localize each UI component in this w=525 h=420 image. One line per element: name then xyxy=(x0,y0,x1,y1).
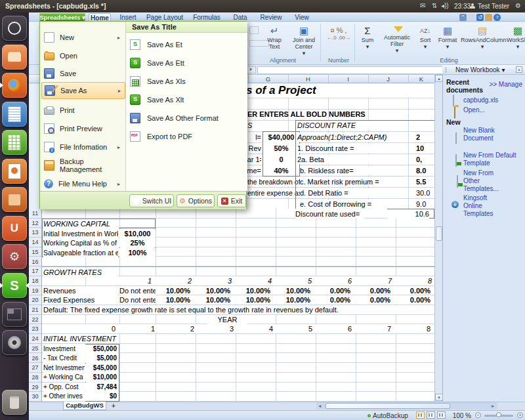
discount-label[interactable]: Approach(1:Direct;2:CAPM) xyxy=(297,133,392,142)
sheet-subtitle-cell[interactable]: ER ENTERS ALL BOLD NUMBERS xyxy=(247,110,372,119)
wc-label[interactable]: Salvageable fraction at end= xyxy=(43,248,118,257)
ii-value[interactable]: $45,000 xyxy=(85,364,117,373)
growth-header[interactable]: GROWTH RATES xyxy=(43,268,118,277)
close-pane-icon[interactable]: × xyxy=(516,66,522,73)
year-number[interactable]: 4 xyxy=(238,324,277,333)
col-header-k[interactable]: K xyxy=(408,75,434,83)
row-header[interactable]: 24 xyxy=(29,334,41,344)
row-header[interactable]: 17 xyxy=(29,266,41,276)
ii-header[interactable]: INITIAL INVESTMENT xyxy=(43,334,118,343)
row-header[interactable]: 30 xyxy=(29,392,41,402)
launcher-item-files[interactable] xyxy=(2,45,27,70)
ii-value[interactable]: $7,484 xyxy=(85,383,117,392)
submenu-item-export-to-pdf[interactable]: Export to PDF xyxy=(127,129,245,144)
ii-label[interactable]: + Opp. Cost xyxy=(43,383,85,392)
wrap-text-button[interactable]: ↵ Wrap Text xyxy=(261,25,287,50)
ii-value[interactable]: $5,000 xyxy=(85,354,117,363)
discount-label[interactable]: c. Market risk premium = xyxy=(300,177,392,186)
menu-item-print-preview[interactable]: Print Preview xyxy=(41,121,124,136)
row-header[interactable]: 20 xyxy=(29,295,41,305)
wc-value[interactable]: $10,000 xyxy=(119,229,156,238)
hscroll-thumb[interactable] xyxy=(326,403,450,409)
wc-value[interactable]: 100% xyxy=(119,248,156,257)
revenues-value[interactable]: 0.00% xyxy=(316,286,356,295)
discount-header[interactable]: DISCOUNT RATE xyxy=(297,121,371,130)
kingsoft-online-templates-link[interactable]: Kingsoft Online Templates xyxy=(463,194,500,218)
year-number[interactable]: 7 xyxy=(356,324,395,333)
sum-button[interactable]: Σ Sum▾ xyxy=(357,25,378,50)
growth-year[interactable]: 2 xyxy=(156,276,196,285)
row-header[interactable]: 28 xyxy=(29,373,41,383)
inputs-header-cell[interactable]: S xyxy=(247,121,261,130)
year-number[interactable]: 8 xyxy=(395,324,434,333)
tab-review[interactable]: Review xyxy=(257,13,285,22)
year-number[interactable]: 0 xyxy=(85,324,116,333)
account-icon[interactable] xyxy=(485,14,492,21)
zoom-slider-thumb[interactable] xyxy=(496,412,501,417)
fixed-value[interactable]: 0.00% xyxy=(356,295,396,304)
row-header[interactable]: 23 xyxy=(29,324,41,334)
horizontal-scrollbar[interactable]: ◄ ► xyxy=(316,402,497,410)
ii-label[interactable]: - Tax Credit xyxy=(43,354,85,363)
wc-value[interactable]: 25% xyxy=(119,238,156,247)
launcher-item-firefox[interactable] xyxy=(2,73,27,98)
vscroll-thumb[interactable] xyxy=(436,226,442,241)
fixed-value[interactable]: 10.00% xyxy=(236,295,276,304)
submenu-item-save-as-xlt[interactable]: S Save As Xlt xyxy=(127,92,245,108)
fixed-value[interactable]: 10.00% xyxy=(196,295,236,304)
discount-label[interactable]: d. Debt Ratio = xyxy=(300,188,392,198)
menu-item-open[interactable]: Open xyxy=(41,48,124,64)
auto-filter-button[interactable]: Automatic Filter▾ xyxy=(381,25,413,54)
new-from-default-template-link[interactable]: New From Default Template xyxy=(463,152,522,167)
year-number[interactable]: 5 xyxy=(277,324,316,333)
fixed-expenses-label[interactable]: Fixed Expenses xyxy=(43,295,118,304)
row-header[interactable]: 16 xyxy=(29,257,41,267)
growth-note[interactable]: Default: The fixed expense growth rate i… xyxy=(43,305,432,314)
revenues-value[interactable]: 10.00% xyxy=(236,286,276,295)
row-header[interactable]: 27 xyxy=(29,363,41,373)
menu-item-file-information[interactable]: File Infomation ▸ xyxy=(41,139,124,155)
discount-value[interactable]: 5.5 xyxy=(416,177,434,186)
discount-label[interactable]: e. Cost of Borrowing = xyxy=(300,200,392,209)
row-header[interactable]: 26 xyxy=(29,354,41,364)
year-number[interactable]: 6 xyxy=(316,324,356,333)
row-header[interactable]: 18 xyxy=(29,276,41,286)
launcher-item-disc[interactable] xyxy=(2,330,27,355)
help-icon[interactable]: ? xyxy=(494,14,501,21)
sheet-tab-capbudgws[interactable]: CapBudgWS xyxy=(63,402,106,410)
no-enter-cell[interactable]: Do not enter xyxy=(119,286,156,295)
col-header-g[interactable]: G xyxy=(248,75,289,83)
wc-label[interactable]: Working Capital as % of Rev xyxy=(43,238,118,247)
discount-value[interactable]: 10 xyxy=(416,144,434,153)
menu-item-file-menu-help[interactable]: ? File Menu Help ▸ xyxy=(41,176,124,192)
row-header[interactable]: 22 xyxy=(29,315,41,325)
sheet-title-cell[interactable]: s of a Project xyxy=(246,84,316,97)
fixed-value[interactable]: 10.00% xyxy=(156,295,196,304)
launcher-item-calc[interactable] xyxy=(2,130,27,155)
revenues-value[interactable]: 10.00% xyxy=(196,286,236,295)
ii-value[interactable]: $50,000 xyxy=(85,345,117,354)
rows-columns-button[interactable]: ▤ RowsAndColumn▾ xyxy=(461,25,504,50)
options-button[interactable]: ⚙ Options xyxy=(177,194,215,207)
fixed-value[interactable]: 10.00% xyxy=(276,295,316,304)
worksheet-button[interactable]: ▩ WorkShe▾ xyxy=(507,25,525,50)
discount-used-value[interactable]: 10.6 xyxy=(387,209,429,219)
growth-year[interactable]: 5 xyxy=(276,276,316,285)
launcher-item-ubuntu-one[interactable]: U xyxy=(2,216,27,241)
sound-icon[interactable]: ◂)) xyxy=(441,2,449,9)
network-icon[interactable]: ⇅ xyxy=(432,2,437,9)
zoom-out-icon[interactable]: − xyxy=(475,412,481,418)
zoom-level[interactable]: 100 % xyxy=(450,412,471,419)
discount-value[interactable]: 8.0 xyxy=(416,166,434,175)
sync-icon[interactable]: ↺ xyxy=(476,14,484,21)
row-header[interactable]: 14 xyxy=(29,238,41,247)
task-pane-title[interactable]: New Workbook ▾ xyxy=(455,66,505,74)
year-number[interactable]: 2 xyxy=(159,324,198,333)
inputs-value[interactable]: 40% xyxy=(262,166,300,175)
revenues-value[interactable]: 10.00% xyxy=(276,286,316,295)
number-format-icons[interactable]: ¤ % ,←.0 .00→ xyxy=(324,27,353,41)
wc-label[interactable]: Initial Investment in Work. C xyxy=(43,229,118,238)
launcher-item-impress[interactable] xyxy=(2,159,27,184)
row-headers[interactable]: 1112131415161718192021222324252627282930 xyxy=(29,209,42,402)
task-pane-header[interactable]: New Workbook ▾ × xyxy=(442,65,525,75)
